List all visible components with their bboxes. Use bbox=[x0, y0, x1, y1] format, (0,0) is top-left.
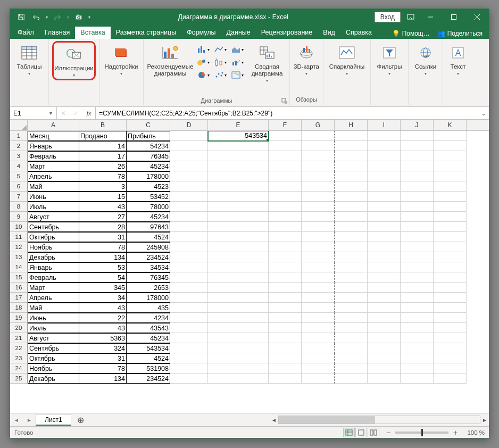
cell-G10[interactable] bbox=[302, 222, 335, 232]
cell-G21[interactable] bbox=[302, 333, 335, 343]
cell-K19[interactable] bbox=[434, 313, 467, 323]
cell-D7[interactable] bbox=[170, 192, 208, 202]
chart-map-icon[interactable]: ▾ bbox=[230, 70, 245, 80]
cell-D19[interactable] bbox=[170, 313, 208, 323]
insert-function-button[interactable]: fx bbox=[82, 109, 95, 118]
cell-I21[interactable] bbox=[368, 333, 401, 343]
enter-formula-icon[interactable]: ✓ bbox=[70, 110, 82, 117]
cell-I25[interactable] bbox=[368, 374, 401, 384]
cell-E11[interactable] bbox=[208, 232, 269, 242]
cell-K7[interactable] bbox=[434, 192, 467, 202]
cells-area[interactable]: МесяцПроданоПрибыль543534Январь1454234Фе… bbox=[28, 131, 489, 413]
select-all-corner[interactable] bbox=[10, 120, 28, 131]
cell-F8[interactable] bbox=[269, 202, 302, 212]
cell-D21[interactable] bbox=[170, 333, 208, 343]
cell-F12[interactable] bbox=[269, 242, 302, 252]
cell-D16[interactable] bbox=[170, 283, 208, 293]
chart-area-icon[interactable]: ▾ bbox=[230, 44, 245, 55]
cell-G6[interactable] bbox=[302, 181, 335, 192]
cell-E6[interactable] bbox=[208, 181, 269, 192]
cell-A11[interactable]: Октябрь bbox=[28, 232, 79, 242]
cell-D14[interactable] bbox=[170, 262, 208, 272]
cell-E7[interactable] bbox=[208, 192, 269, 202]
charts-dialog-launcher-icon[interactable] bbox=[281, 97, 288, 103]
cell-I17[interactable] bbox=[368, 293, 401, 303]
chart-stat-icon[interactable]: ▾ bbox=[213, 57, 228, 68]
cell-B4[interactable]: 26 bbox=[79, 161, 127, 171]
cell-H24[interactable] bbox=[335, 363, 368, 374]
cell-B9[interactable]: 27 bbox=[79, 212, 127, 222]
row-header-1[interactable]: 1 bbox=[10, 131, 27, 141]
hscroll-track[interactable] bbox=[278, 416, 480, 424]
cell-C22[interactable]: 543534 bbox=[127, 343, 170, 353]
cell-F11[interactable] bbox=[269, 232, 302, 242]
cell-H18[interactable] bbox=[335, 303, 368, 313]
cell-D4[interactable] bbox=[170, 161, 208, 171]
row-header-25[interactable]: 25 bbox=[10, 374, 27, 384]
cell-I20[interactable] bbox=[368, 323, 401, 333]
view-normal-button[interactable] bbox=[343, 428, 355, 437]
cell-J6[interactable] bbox=[401, 181, 434, 192]
cell-I3[interactable] bbox=[368, 151, 401, 161]
cell-F10[interactable] bbox=[269, 222, 302, 232]
cell-H21[interactable] bbox=[335, 333, 368, 343]
qat-dropdown-icon[interactable]: ▾ bbox=[87, 10, 92, 24]
cell-I5[interactable] bbox=[368, 171, 401, 181]
col-header-G[interactable]: G bbox=[302, 120, 335, 130]
cell-A4[interactable]: Март bbox=[28, 161, 79, 171]
cell-K15[interactable] bbox=[434, 272, 467, 283]
chart-line-icon[interactable]: ▾ bbox=[213, 44, 228, 55]
cell-E24[interactable] bbox=[208, 363, 269, 374]
cell-B7[interactable]: 15 bbox=[79, 192, 127, 202]
cell-J22[interactable] bbox=[401, 343, 434, 353]
row-header-14[interactable]: 14 bbox=[10, 262, 27, 272]
3d-map-button[interactable]: 3D-карта▾ bbox=[293, 41, 320, 76]
cell-G15[interactable] bbox=[302, 272, 335, 283]
cell-G23[interactable] bbox=[302, 353, 335, 363]
cell-H25[interactable] bbox=[335, 374, 368, 384]
tab-рецензирование[interactable]: Рецензирование bbox=[256, 27, 318, 39]
cell-E3[interactable] bbox=[208, 151, 269, 161]
row-header-13[interactable]: 13 bbox=[10, 252, 27, 262]
cell-B2[interactable]: 14 bbox=[79, 141, 127, 151]
cell-B16[interactable]: 345 bbox=[79, 283, 127, 293]
camera-icon[interactable] bbox=[72, 10, 86, 24]
cell-I1[interactable] bbox=[368, 131, 401, 141]
cell-A10[interactable]: Сентябрь bbox=[28, 222, 79, 232]
sparklines-button[interactable]: Спарклайны▾ bbox=[327, 41, 367, 76]
cell-F1[interactable] bbox=[269, 131, 302, 141]
cell-C14[interactable]: 34534 bbox=[127, 262, 170, 272]
cell-B14[interactable]: 53 bbox=[79, 262, 127, 272]
cell-C4[interactable]: 45234 bbox=[127, 161, 170, 171]
cell-K13[interactable] bbox=[434, 252, 467, 262]
cell-G2[interactable] bbox=[302, 141, 335, 151]
cell-G4[interactable] bbox=[302, 161, 335, 171]
sheet-nav-next[interactable]: ► bbox=[23, 417, 36, 423]
cell-B12[interactable]: 78 bbox=[79, 242, 127, 252]
cell-J4[interactable] bbox=[401, 161, 434, 171]
cell-F16[interactable] bbox=[269, 283, 302, 293]
cell-F6[interactable] bbox=[269, 181, 302, 192]
cell-D9[interactable] bbox=[170, 212, 208, 222]
cell-K6[interactable] bbox=[434, 181, 467, 192]
zoom-slider[interactable] bbox=[395, 432, 448, 434]
row-header-24[interactable]: 24 bbox=[10, 363, 27, 374]
cell-K10[interactable] bbox=[434, 222, 467, 232]
cell-H16[interactable] bbox=[335, 283, 368, 293]
cell-E2[interactable] bbox=[208, 141, 269, 151]
zoom-thumb[interactable] bbox=[421, 429, 423, 436]
row-header-4[interactable]: 4 bbox=[10, 161, 27, 171]
row-header-20[interactable]: 20 bbox=[10, 323, 27, 333]
cell-B6[interactable]: 3 bbox=[79, 181, 127, 192]
cell-C15[interactable]: 76345 bbox=[127, 272, 170, 283]
zoom-in-button[interactable]: + bbox=[452, 428, 459, 437]
cell-K11[interactable] bbox=[434, 232, 467, 242]
cell-F14[interactable] bbox=[269, 262, 302, 272]
cell-B22[interactable]: 324 bbox=[79, 343, 127, 353]
cell-I15[interactable] bbox=[368, 272, 401, 283]
cell-J7[interactable] bbox=[401, 192, 434, 202]
hscroll-thumb[interactable] bbox=[279, 416, 375, 424]
cell-J24[interactable] bbox=[401, 363, 434, 374]
cell-H15[interactable] bbox=[335, 272, 368, 283]
chart-pie-icon[interactable]: ▾ bbox=[196, 70, 211, 80]
